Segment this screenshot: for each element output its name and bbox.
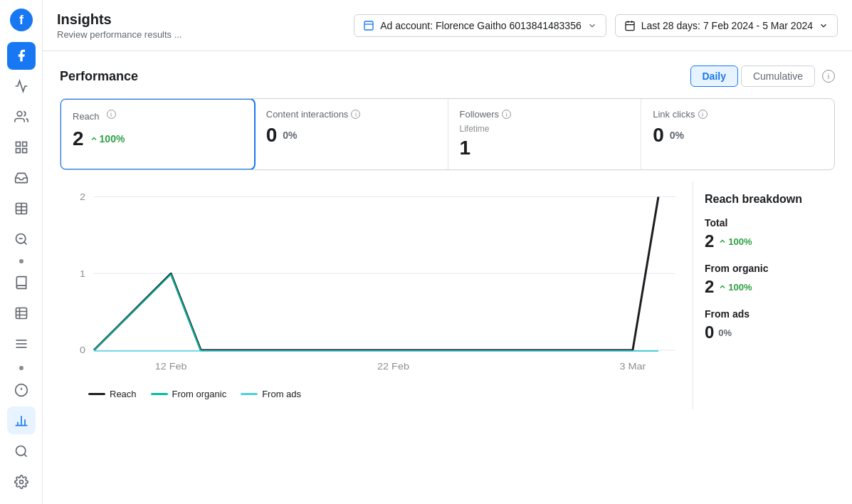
ad-account-label: Ad account: Florence Gaitho 601384148335… [380,20,582,31]
metric-value-followers: 1 [460,137,630,159]
metric-card-reach[interactable]: Reach i 2 100% [60,98,256,170]
metric-label-followers: Followers i [460,109,630,120]
svg-text:22 Feb: 22 Feb [377,362,409,372]
metric-value-link-clicks: 0 0% [653,124,823,147]
page-subtitle: Review performance results ... [57,29,182,40]
main-content: Insights Review performance results ... … [43,0,852,504]
followers-sub-label: Lifetime [460,124,630,134]
breakdown-total-label: Total [705,217,824,229]
nav-separator-1 [19,259,23,263]
breakdown-title: Reach breakdown [705,193,824,206]
date-range-selector[interactable]: Last 28 days: 7 Feb 2024 - 5 Mar 2024 [615,14,838,37]
total-up-arrow-icon [718,237,727,246]
breakdown-total-value: 2 100% [705,231,824,251]
svg-rect-14 [16,308,26,318]
breakdown-organic-value: 2 100% [705,277,824,297]
followers-info-icon[interactable]: i [502,110,511,119]
metric-label-link-clicks: Link clicks i [653,109,823,120]
up-arrow-icon [90,135,98,143]
svg-point-27 [19,480,23,483]
content-area: Performance Daily Cumulative i Reach i 2 [43,51,852,504]
link-clicks-info-icon[interactable]: i [698,110,708,119]
organic-up-arrow-icon [718,283,727,291]
narrow-sidebar: f [0,0,43,504]
ad-account-selector[interactable]: Ad account: Florence Gaitho 601384148335… [354,14,606,37]
chevron-down-icon [587,21,597,31]
breakdown-ads-label: From ads [705,308,824,320]
toggle-group: Daily Cumulative i [690,65,836,87]
link-clicks-change: 0% [670,130,684,141]
metric-card-content-interactions[interactable]: Content interactions i 0 0% [255,99,448,169]
page-header: Insights Review performance results ... [57,11,182,40]
nav-icon-more[interactable] [7,330,36,357]
metric-value-reach: 2 100% [73,127,243,150]
chevron-down-date-icon [819,21,829,31]
svg-rect-4 [22,142,26,147]
performance-header: Performance Daily Cumulative i [60,65,835,87]
chart-legend: Reach From organic From ads [60,383,693,399]
metric-card-link-clicks[interactable]: Link clicks i 0 0% [641,99,834,169]
meta-logo: f [10,9,33,33]
svg-point-2 [17,112,22,117]
metric-label-reach: Reach i [73,110,243,123]
metric-label-content-interactions: Content interactions i [266,109,436,120]
svg-text:1: 1 [80,268,85,278]
svg-line-12 [23,242,26,245]
nav-icon-analytics[interactable] [7,73,36,100]
breakdown-total-change: 100% [718,236,752,247]
date-range-label: Last 28 days: 7 Feb 2024 - 5 Mar 2024 [641,20,813,31]
nav-icon-inbox[interactable] [7,164,36,192]
legend-organic: From organic [151,389,227,399]
svg-line-26 [23,453,26,456]
toggle-daily[interactable]: Daily [690,65,738,87]
nav-separator-2 [19,366,23,370]
nav-icon-facebook[interactable] [7,42,36,70]
legend-line-organic [151,393,168,395]
metrics-row: Reach i 2 100% Content interactions i [60,98,835,170]
page-title: Insights [57,11,182,28]
breakdown-total: Total 2 100% [705,217,824,251]
nav-icon-ad-center[interactable] [7,376,36,404]
reach-chart: 2 1 0 12 Feb 22 Feb 3 Mar [60,182,693,381]
nav-icon-people[interactable] [7,103,36,131]
metric-value-content-interactions: 0 0% [266,124,436,147]
reach-info-icon[interactable]: i [107,110,116,119]
legend-line-reach [88,393,105,395]
nav-icon-content[interactable] [7,134,36,162]
svg-rect-29 [626,21,634,30]
nav-icon-search-page[interactable] [7,226,36,253]
breakdown-organic-label: From organic [705,263,824,274]
svg-text:12 Feb: 12 Feb [155,362,187,372]
svg-rect-28 [364,21,373,30]
nav-icon-grid2[interactable] [7,299,36,327]
chart-area: 2 1 0 12 Feb 22 Feb 3 Mar [60,182,835,409]
svg-text:f: f [19,13,24,27]
top-bar-controls: Ad account: Florence Gaitho 601384148335… [354,14,838,37]
svg-text:3 Mar: 3 Mar [619,362,646,372]
calendar-icon [624,20,636,31]
top-bar: Insights Review performance results ... … [43,0,852,51]
breakdown-ads-value: 0 0% [705,322,824,342]
svg-rect-5 [22,149,26,153]
svg-rect-3 [16,142,20,147]
breakdown-ads-change: 0% [718,327,732,338]
breakdown-organic: From organic 2 100% [705,263,824,297]
nav-icon-catalog[interactable] [7,269,36,297]
reach-change: 100% [90,133,125,145]
performance-info-icon[interactable]: i [822,70,835,83]
legend-ads: From ads [241,389,301,399]
svg-rect-6 [16,149,20,153]
nav-icon-table[interactable] [7,195,36,223]
legend-reach: Reach [88,389,137,399]
toggle-cumulative[interactable]: Cumulative [741,65,815,87]
metric-card-followers[interactable]: Followers i Lifetime 1 [448,99,642,169]
nav-icon-search-bottom[interactable] [7,437,36,465]
breakdown-organic-change: 100% [718,282,752,293]
chart-container: 2 1 0 12 Feb 22 Feb 3 Mar [60,182,693,409]
content-interactions-info-icon[interactable]: i [351,110,360,119]
ad-account-icon [363,20,374,31]
legend-line-ads [241,393,258,395]
nav-icon-bar-chart[interactable] [7,406,36,434]
content-interactions-change: 0% [283,130,297,141]
nav-icon-settings[interactable] [7,468,36,495]
